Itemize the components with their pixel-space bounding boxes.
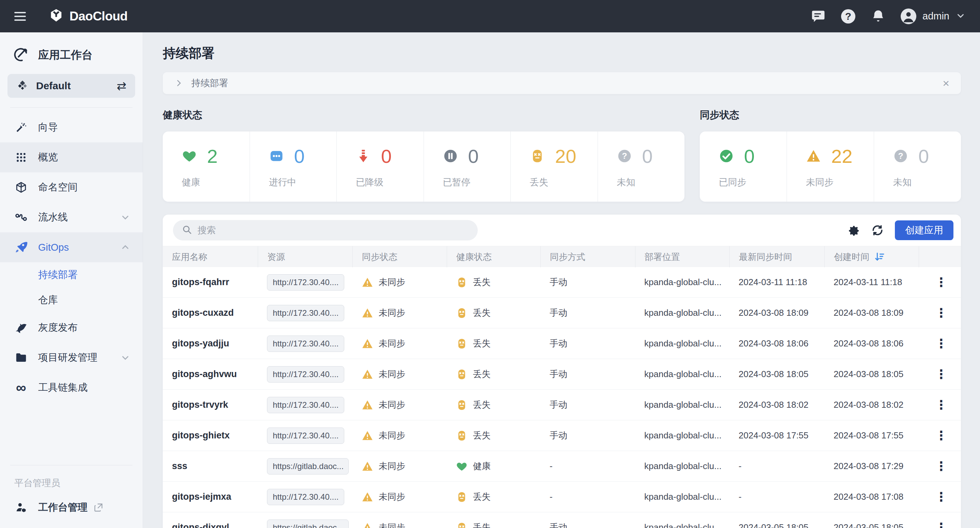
lost-icon — [456, 430, 468, 442]
warning-triangle-icon — [362, 461, 373, 472]
sync-status-cell: 未同步 — [352, 307, 447, 319]
sidebar-item-nav-0[interactable]: 向导 — [0, 112, 143, 142]
row-actions-kebab-icon[interactable]: ⋮ — [919, 459, 961, 474]
app-name-cell[interactable]: gitops-ghietx — [163, 430, 258, 441]
row-actions-kebab-icon[interactable]: ⋮ — [919, 275, 961, 290]
sync-status-text: 未同步 — [379, 491, 405, 503]
sidebar-item-gitops[interactable]: GitOps — [0, 232, 143, 262]
resource-chip[interactable]: http://172.30.40.... — [267, 428, 344, 444]
user-name: admin — [923, 11, 949, 22]
row-actions-kebab-icon[interactable]: ⋮ — [919, 367, 961, 381]
sidebar-item-nav-7[interactable]: ∞ 工具链集成 — [0, 373, 143, 403]
sort-descending-icon[interactable] — [874, 251, 885, 262]
create-app-button[interactable]: 创建应用 — [895, 220, 953, 240]
resource-chip[interactable]: https://gitlab.daoc... — [267, 520, 349, 528]
deploy-location-cell: kpanda-global-clu... — [635, 522, 729, 528]
column-label: 最新同步时间 — [739, 251, 792, 263]
chevron-right-icon[interactable] — [174, 79, 183, 88]
help-icon[interactable]: ? — [841, 9, 856, 24]
health-status-cell: 丢失 — [447, 368, 540, 380]
row-actions-kebab-icon[interactable]: ⋮ — [919, 337, 961, 351]
search-input[interactable] — [197, 225, 469, 236]
sidebar-item-label: 灰度发布 — [38, 321, 78, 335]
last-sync-time-cell: 2024-03-08 17:55 — [729, 430, 824, 441]
hamburger-menu-icon[interactable] — [14, 12, 26, 21]
resource-cell: http://172.30.40.... — [258, 305, 352, 321]
column-header-4: 同步方式 — [540, 246, 635, 267]
deploy-location-cell: kpanda-global-clu... — [635, 308, 729, 318]
app-name-cell[interactable]: gitops-trvyrk — [163, 400, 258, 410]
chat-icon[interactable] — [811, 9, 826, 24]
resource-chip[interactable]: http://172.30.40.... — [267, 489, 344, 505]
sync-status-cell: 未同步 — [352, 399, 447, 411]
cube-icon — [14, 181, 28, 193]
app-name-cell[interactable]: sss — [163, 461, 258, 471]
resource-chip[interactable]: http://172.30.40.... — [267, 397, 344, 413]
sidebar-item-nav-2[interactable]: 命名空间 — [0, 172, 143, 203]
bird-icon — [14, 321, 28, 334]
app-name-cell[interactable]: gitops-aghvwu — [163, 369, 258, 380]
sidebar-subitem-label: 仓库 — [38, 293, 58, 307]
row-actions-kebab-icon[interactable]: ⋮ — [919, 306, 961, 320]
resource-chip[interactable]: http://172.30.40.... — [267, 274, 344, 290]
app-name-cell[interactable]: gitops-cuxazd — [163, 308, 258, 318]
row-actions-kebab-icon[interactable]: ⋮ — [919, 490, 961, 504]
stat-outofsync: 22 未同步 — [787, 131, 874, 202]
stat-label: 未同步 — [806, 176, 874, 188]
sync-status-cell: 未同步 — [352, 276, 447, 288]
user-menu[interactable]: admin — [900, 8, 966, 24]
health-status-text: 丢失 — [473, 338, 491, 349]
resource-chip[interactable]: http://172.30.40.... — [267, 366, 344, 383]
app-name-cell[interactable]: gitops-yadjju — [163, 338, 258, 349]
sidebar-item-label: 项目研发管理 — [38, 351, 97, 364]
resource-cell: http://172.30.40.... — [258, 489, 352, 505]
row-actions-kebab-icon[interactable]: ⋮ — [919, 398, 961, 412]
warning-triangle-icon — [362, 430, 373, 442]
workbench-icon — [13, 47, 29, 64]
sidebar-item-workbench-admin[interactable]: 工作台管理 — [0, 501, 143, 514]
gear-icon[interactable] — [847, 224, 860, 237]
app-name-cell[interactable]: gitops-dixgyl — [163, 522, 258, 528]
health-status-cell: 丢失 — [447, 491, 540, 503]
sidebar-item-nav-5[interactable]: 灰度发布 — [0, 313, 143, 343]
sync-mode-cell: - — [540, 461, 635, 471]
resource-chip[interactable]: https://gitlab.daoc... — [267, 458, 349, 475]
paused-icon — [443, 148, 458, 164]
row-actions-kebab-icon[interactable]: ⋮ — [919, 520, 961, 528]
stat-value: 20 — [555, 145, 576, 167]
sidebar-subitem-1[interactable]: 仓库 — [0, 287, 143, 313]
column-header-5: 部署位置 — [635, 246, 729, 267]
deploy-location-cell: kpanda-global-clu... — [635, 430, 729, 441]
chevron-down-icon — [956, 11, 966, 22]
app-name-cell[interactable]: gitops-iejmxa — [163, 491, 258, 502]
stat-degraded: 0 已降级 — [336, 131, 423, 202]
resource-cell: http://172.30.40.... — [258, 335, 352, 352]
refresh-icon[interactable] — [871, 224, 884, 237]
close-icon[interactable]: × — [943, 77, 949, 89]
bell-icon[interactable] — [871, 9, 886, 24]
pipeline-icon — [14, 211, 28, 224]
sidebar-subitem-0[interactable]: 持续部署 — [0, 262, 143, 287]
page-title: 持续部署 — [163, 45, 961, 62]
resource-chip[interactable]: http://172.30.40.... — [267, 305, 344, 321]
switch-workspace-icon[interactable]: ⇄ — [117, 80, 127, 92]
sync-status-text: 未同步 — [379, 307, 405, 319]
sidebar-item-nav-6[interactable]: 项目研发管理 — [0, 343, 143, 373]
warning-triangle-icon — [362, 491, 373, 503]
search-box[interactable] — [173, 220, 478, 241]
sync-status-cell: 未同步 — [352, 338, 447, 349]
health-status-text: 丢失 — [473, 368, 491, 380]
sidebar-item-nav-1[interactable]: 概览 — [0, 142, 143, 172]
sidebar-item-nav-3[interactable]: 流水线 — [0, 203, 143, 232]
resource-cell: http://172.30.40.... — [258, 397, 352, 413]
workspace-selector[interactable]: Default ⇄ — [8, 74, 135, 98]
warning-triangle-icon — [362, 307, 373, 319]
row-actions-kebab-icon[interactable]: ⋮ — [919, 429, 961, 443]
app-name-cell[interactable]: gitops-fqahrr — [163, 277, 258, 287]
resource-chip[interactable]: http://172.30.40.... — [267, 335, 344, 352]
stat-value: 0 — [381, 145, 391, 167]
table-row: gitops-dixgyl https://gitlab.daoc... 未同步… — [163, 512, 961, 528]
health-status-cell: 健康 — [447, 460, 540, 472]
lost-icon — [456, 307, 468, 319]
created-time-cell: 2024-03-05 18:05 — [824, 522, 919, 528]
